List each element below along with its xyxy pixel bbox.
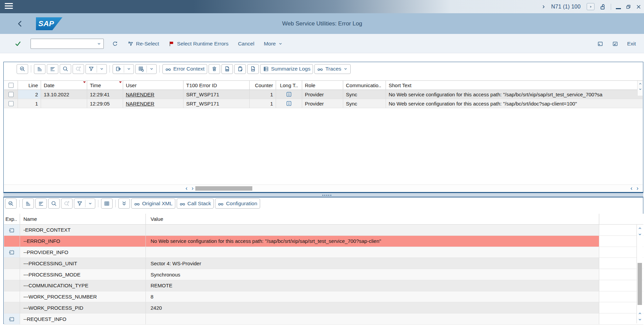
scroll-down-icon[interactable]: [638, 87, 642, 91]
sort-ascending-button[interactable]: [34, 64, 45, 74]
layout-button[interactable]: [135, 64, 157, 74]
minimize-icon[interactable]: [616, 8, 621, 9]
communication-cell[interactable]: Sync: [343, 90, 386, 99]
column-header-t100[interactable]: T100 Error ID: [183, 81, 250, 90]
play-icon[interactable]: [587, 3, 594, 10]
time-cell[interactable]: 12:29:05: [87, 99, 123, 108]
sort-ascending-button[interactable]: [22, 198, 34, 209]
session-window-icon[interactable]: [612, 41, 618, 47]
select-runtime-errors-button[interactable]: Select Runtime Errors: [169, 41, 229, 47]
detail-row[interactable]: ---PROCESSING_MODE Synchronous: [4, 269, 643, 280]
scrollbar-thumb[interactable]: [638, 263, 642, 305]
restore-icon[interactable]: [626, 4, 631, 9]
menu-icon[interactable]: [5, 3, 14, 10]
column-header-longtext[interactable]: Long T..: [276, 81, 302, 90]
error-context-button[interactable]: Error Context: [162, 64, 207, 74]
date-cell[interactable]: 13.10.2022: [41, 90, 87, 99]
row-checkbox[interactable]: [8, 101, 14, 106]
display-log-button[interactable]: [221, 64, 233, 74]
detail-name-cell[interactable]: --PROVIDER_INFO: [20, 247, 146, 258]
detail-value-cell[interactable]: 8: [146, 291, 599, 302]
table-row[interactable]: 1 12:29:05 NARENDER SRT_WSP171 1 Provide…: [4, 99, 643, 108]
horizontal-scrollbar[interactable]: [4, 185, 643, 192]
unlock-icon[interactable]: [599, 3, 606, 10]
scroll-right-icon[interactable]: [190, 186, 195, 191]
role-cell[interactable]: Provider: [302, 99, 343, 108]
find-button[interactable]: [60, 64, 71, 74]
pane-splitter[interactable]: •••••: [3, 192, 643, 197]
detail-value-cell[interactable]: Synchronous: [146, 269, 599, 280]
detail-value-cell[interactable]: [146, 313, 599, 324]
detail-row[interactable]: ---PROCESSING_UNIT Sector 4: WS-Provider: [4, 258, 643, 269]
export-button[interactable]: [113, 64, 134, 74]
select-all-checkbox[interactable]: [8, 83, 14, 88]
line-cell[interactable]: 1: [18, 99, 41, 108]
detail-row[interactable]: -ERROR_CONTEXT: [4, 225, 643, 236]
find-button[interactable]: [48, 198, 60, 209]
detail-row-error[interactable]: --ERROR_INFO No Web service configuratio…: [4, 236, 643, 247]
shortcut-window-icon[interactable]: [597, 41, 603, 47]
column-header-name[interactable]: Name: [20, 214, 146, 224]
detail-row[interactable]: ---WORK_PROCESS_NUMBER 8: [4, 291, 643, 303]
detail-row[interactable]: ---WORK_PROCESS_PID 2420: [4, 302, 643, 313]
column-header-role[interactable]: Role: [302, 81, 343, 90]
detail-value-cell[interactable]: REMOTE: [146, 280, 599, 291]
detail-value-cell[interactable]: No Web service configuration for this ac…: [146, 236, 599, 247]
more-menu-button[interactable]: More: [264, 41, 283, 47]
reselect-button[interactable]: Re-Select: [128, 41, 159, 47]
detail-value-cell[interactable]: Sector 4: WS-Provider: [146, 258, 599, 269]
check-log-button[interactable]: [234, 64, 246, 74]
scroll-up-icon[interactable]: [638, 226, 642, 231]
detail-name-cell[interactable]: --ERROR_INFO: [20, 236, 146, 247]
table-view-button[interactable]: [101, 198, 113, 209]
counter-cell[interactable]: 1: [250, 90, 276, 99]
column-header-user[interactable]: User: [123, 81, 183, 90]
close-icon[interactable]: [636, 4, 641, 9]
column-header-time[interactable]: Time: [87, 81, 123, 90]
filter-button[interactable]: [74, 198, 95, 209]
detail-row[interactable]: --REQUEST_INFO: [4, 313, 643, 325]
column-header-counter[interactable]: Counter: [250, 81, 276, 90]
refresh-icon[interactable]: [112, 41, 118, 47]
date-cell[interactable]: [41, 99, 87, 108]
scroll-left-icon[interactable]: [629, 186, 634, 191]
scrollbar-thumb[interactable]: [195, 186, 252, 191]
info-icon[interactable]: [286, 100, 292, 107]
detail-name-cell[interactable]: ---PROCESSING_MODE: [20, 269, 146, 280]
chevron-down-icon[interactable]: [97, 41, 101, 46]
counter-cell[interactable]: 1: [250, 99, 276, 108]
chevron-right-icon[interactable]: [541, 4, 546, 9]
vertical-scrollbar[interactable]: [637, 225, 643, 323]
user-link[interactable]: NARENDER: [126, 101, 154, 107]
scroll-right-icon[interactable]: [635, 186, 640, 191]
filter-button[interactable]: [85, 64, 107, 74]
detail-name-cell[interactable]: ---COMMUNICATION_TYPE: [20, 280, 146, 291]
command-input[interactable]: [33, 39, 94, 48]
detail-name-cell[interactable]: --REQUEST_INFO: [20, 313, 146, 324]
ok-check-icon[interactable]: [15, 41, 21, 47]
column-header-communication[interactable]: Communicatio..: [343, 81, 386, 90]
traces-button[interactable]: Traces: [314, 64, 351, 74]
collapse-all-button[interactable]: [118, 198, 130, 209]
role-cell[interactable]: Provider: [302, 90, 343, 99]
detail-name-cell[interactable]: ---WORK_PROCESS_PID: [20, 302, 146, 313]
time-cell[interactable]: 12:29:41: [87, 90, 123, 99]
details-button[interactable]: [5, 198, 17, 209]
summarize-logs-button[interactable]: Summarize Logs: [260, 64, 313, 74]
detail-value-cell[interactable]: [146, 225, 599, 235]
scroll-up-icon[interactable]: [638, 311, 642, 316]
detail-row[interactable]: ---COMMUNICATION_TYPE REMOTE: [4, 280, 643, 291]
delete-button[interactable]: [209, 64, 220, 74]
column-header-shorttext[interactable]: Short Text: [386, 81, 643, 90]
expand-node-icon[interactable]: [9, 227, 15, 233]
detail-name-cell[interactable]: ---WORK_PROCESS_NUMBER: [20, 291, 146, 302]
user-link[interactable]: NARENDER: [126, 92, 154, 97]
info-icon[interactable]: [286, 91, 292, 97]
detail-row[interactable]: --PROVIDER_INFO: [4, 247, 643, 258]
column-header-value[interactable]: Value: [146, 214, 599, 224]
column-header-date[interactable]: Date: [41, 81, 87, 90]
communication-cell[interactable]: Sync: [343, 99, 386, 108]
row-checkbox[interactable]: [8, 92, 14, 97]
detail-value-cell[interactable]: 2420: [146, 302, 599, 313]
scroll-down-icon[interactable]: [638, 232, 642, 237]
